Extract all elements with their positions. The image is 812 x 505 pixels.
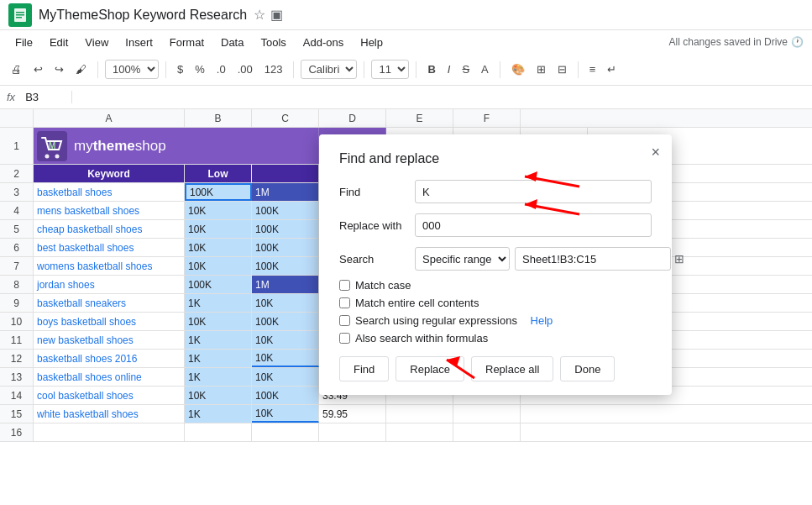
formulas-row: Also search within formulas	[339, 332, 652, 345]
dialog-close-button[interactable]: ×	[651, 145, 660, 160]
document-title: MyThemeShop Keyword Research	[39, 8, 247, 23]
replace-label: Replace with	[339, 219, 415, 232]
strikethrough-button[interactable]: S	[458, 60, 474, 78]
match-case-checkbox[interactable]	[339, 280, 350, 291]
menu-help[interactable]: Help	[354, 34, 390, 51]
percent-button[interactable]: %	[191, 60, 209, 78]
wrap-button[interactable]: ↵	[603, 60, 621, 78]
print-button[interactable]: 🖨	[7, 60, 26, 78]
svg-rect-2	[16, 14, 24, 16]
svg-rect-3	[16, 17, 22, 18]
regex-help-link[interactable]: Help	[531, 314, 553, 327]
entire-cell-checkbox[interactable]	[339, 297, 350, 308]
sheet-area: A B C D E F 1	[0, 109, 812, 505]
merge-button[interactable]: ⊟	[553, 60, 571, 78]
italic-button[interactable]: I	[443, 60, 455, 78]
match-case-row: Match case	[339, 279, 652, 292]
cell-reference-input[interactable]	[22, 91, 72, 103]
redo-button[interactable]: ↪	[50, 60, 68, 78]
fill-color-button[interactable]: 🎨	[507, 60, 529, 78]
toolbar: 🖨 ↩ ↪ 🖌 100% $ % .0 .00 123 Calibri 11 B…	[0, 54, 812, 86]
replace-input[interactable]	[415, 213, 652, 237]
dialog-title: Find and replace	[339, 151, 652, 166]
range-input[interactable]	[515, 247, 671, 271]
undo-button[interactable]: ↩	[29, 60, 47, 78]
search-type-select[interactable]: Specific range All sheets This sheet	[415, 247, 510, 271]
currency-button[interactable]: $	[173, 60, 187, 78]
toolbar-separator-3	[293, 61, 294, 78]
toolbar-separator-6	[500, 61, 500, 78]
paint-format-button[interactable]: 🖌	[71, 60, 91, 78]
menu-addons[interactable]: Add-ons	[296, 34, 350, 51]
toolbar-separator-2	[165, 61, 166, 78]
match-case-label: Match case	[355, 279, 411, 292]
find-replace-dialog: Find and replace × Find Replace with Sea…	[319, 134, 672, 395]
done-button[interactable]: Done	[560, 356, 615, 381]
regex-checkbox[interactable]	[339, 315, 350, 326]
title-icon-group: ☆ ▣	[254, 7, 283, 23]
regex-row: Search using regular expressions Help	[339, 314, 652, 327]
search-row: Search Specific range All sheets This sh…	[339, 247, 652, 271]
regex-label: Search using regular expressions	[355, 314, 517, 327]
sheets-app-icon	[8, 3, 32, 27]
formulas-checkbox[interactable]	[339, 333, 350, 344]
folder-icon[interactable]: ▣	[270, 7, 283, 23]
replace-all-button[interactable]: Replace all	[471, 356, 553, 381]
toolbar-separator-1	[97, 61, 98, 78]
text-color-button[interactable]: A	[477, 60, 493, 78]
entire-cell-row: Match entire cell contents	[339, 297, 652, 309]
menu-tools[interactable]: Tools	[254, 34, 292, 51]
bold-button[interactable]: B	[423, 60, 439, 78]
range-grid-icon[interactable]: ⊞	[674, 252, 684, 266]
decimal-more-button[interactable]: .00	[233, 60, 257, 78]
formula-input[interactable]: 100K	[79, 91, 805, 103]
zoom-select[interactable]: 100%	[105, 60, 159, 79]
decimal-less-button[interactable]: .0	[212, 60, 230, 78]
borders-button[interactable]: ⊞	[532, 60, 550, 78]
font-size-select[interactable]: 11	[371, 60, 409, 79]
find-button[interactable]: Find	[339, 356, 389, 381]
find-row: Find	[339, 180, 652, 203]
search-label: Search	[339, 253, 415, 266]
fx-label: fx	[7, 91, 15, 103]
formula-bar: fx 100K	[0, 86, 812, 109]
menu-format[interactable]: Format	[163, 34, 211, 51]
replace-row: Replace with	[339, 213, 652, 237]
menu-view[interactable]: View	[78, 34, 115, 51]
menu-insert[interactable]: Insert	[118, 34, 160, 51]
autosave-status: All changes saved in Drive 🕐	[669, 36, 804, 48]
find-label: Find	[339, 186, 415, 198]
svg-rect-1	[16, 12, 24, 13]
menu-edit[interactable]: Edit	[43, 34, 75, 51]
title-bar: MyThemeShop Keyword Research ☆ ▣	[0, 0, 812, 30]
formulas-label: Also search within formulas	[355, 332, 488, 345]
menu-file[interactable]: File	[8, 34, 39, 51]
replace-button[interactable]: Replace	[396, 356, 464, 381]
star-icon[interactable]: ☆	[254, 7, 265, 23]
dialog-overlay: Find and replace × Find Replace with Sea…	[0, 109, 812, 505]
menu-bar: File Edit View Insert Format Data Tools …	[0, 30, 812, 54]
toolbar-separator-5	[416, 61, 416, 78]
toolbar-separator-4	[364, 61, 364, 78]
toolbar-separator-7	[578, 61, 579, 78]
menu-data[interactable]: Data	[214, 34, 250, 51]
entire-cell-label: Match entire cell contents	[355, 297, 479, 309]
more-formats-button[interactable]: 123	[260, 60, 287, 78]
dialog-buttons: Find Replace Replace all Done	[339, 356, 652, 381]
find-input[interactable]	[415, 180, 652, 203]
font-select[interactable]: Calibri	[301, 60, 357, 79]
align-button[interactable]: ≡	[585, 60, 600, 78]
